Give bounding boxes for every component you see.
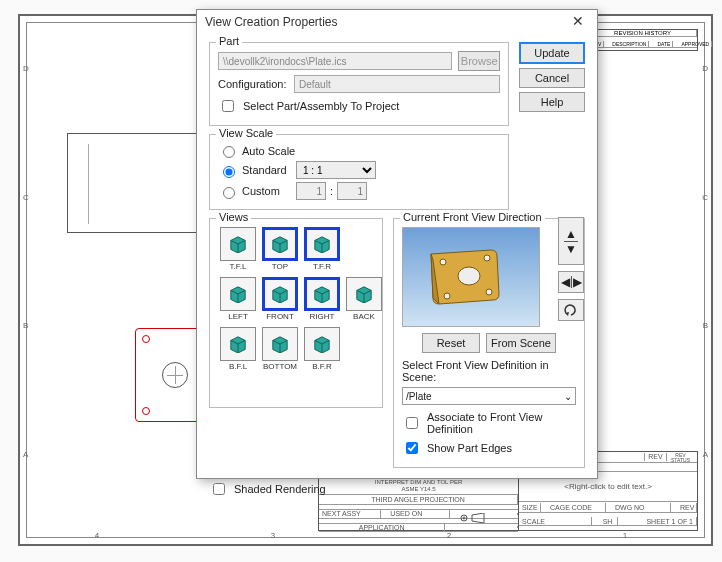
- view-label: BOTTOM: [260, 362, 300, 371]
- select-project-label: Select Part/Assembly To Project: [243, 100, 399, 112]
- svg-point-4: [484, 255, 490, 261]
- rotate-horiz-button[interactable]: ◀▶: [558, 271, 584, 293]
- ruler-letter: B: [23, 321, 28, 330]
- view-label: LEFT: [218, 312, 258, 321]
- browse-button[interactable]: Browse: [458, 51, 500, 71]
- dialog-titlebar[interactable]: View Creation Properties ✕: [197, 10, 597, 34]
- view-top-button[interactable]: [262, 227, 298, 261]
- view-back-button[interactable]: [346, 277, 382, 311]
- view-grid: T.F.LTOPT.F.RLEFTFRONTRIGHTBACKB.F.LBOTT…: [218, 227, 374, 375]
- select-project-checkbox[interactable]: [222, 100, 234, 112]
- current-view-group: Current Front View Direction: [393, 218, 585, 468]
- reset-button[interactable]: Reset: [422, 333, 480, 353]
- ruler-num: 2: [447, 531, 451, 540]
- rotate-vert-button[interactable]: ▲ ▼: [558, 217, 584, 265]
- update-button[interactable]: Update: [519, 42, 585, 64]
- view-right-button[interactable]: [304, 277, 340, 311]
- views-group: Views T.F.LTOPT.F.RLEFTFRONTRIGHTBACKB.F…: [209, 218, 383, 408]
- ruler-letter: A: [23, 450, 28, 459]
- part-group: Part Browse Configuration: Select Part/A…: [209, 42, 509, 126]
- view-left-button[interactable]: [220, 277, 256, 311]
- ruler-letter: C: [702, 193, 708, 202]
- part-path-field[interactable]: [218, 52, 452, 70]
- revision-block: REVISION HISTORY REV DESCRIPTION DATE AP…: [588, 29, 698, 51]
- projection-symbol: [456, 513, 518, 515]
- ruler-num: 1: [623, 531, 627, 540]
- preview-pane[interactable]: [402, 227, 540, 327]
- ruler-letter: C: [23, 193, 29, 202]
- view-label: RIGHT: [302, 312, 342, 321]
- view-creation-dialog: View Creation Properties ✕ Part Browse C…: [196, 9, 598, 479]
- ruler-letter: A: [703, 450, 708, 459]
- config-label: Configuration:: [218, 78, 288, 90]
- ruler-letter: B: [703, 321, 708, 330]
- view-label: FRONT: [260, 312, 300, 321]
- custom-scale-b[interactable]: [337, 182, 367, 200]
- svg-point-3: [440, 259, 446, 265]
- standard-scale-radio[interactable]: [223, 166, 235, 178]
- config-field[interactable]: [294, 75, 500, 93]
- standard-scale-combo[interactable]: 1 : 1: [296, 161, 376, 179]
- svg-point-2: [458, 267, 480, 285]
- view-scale-group: View Scale Auto Scale Standard 1 : 1 Cus…: [209, 134, 509, 210]
- show-edges-checkbox[interactable]: [406, 442, 418, 454]
- close-icon[interactable]: ✕: [567, 12, 589, 32]
- from-scene-button[interactable]: From Scene: [486, 333, 556, 353]
- triangle-right-icon: ▶: [573, 275, 582, 289]
- view-label: T.F.L: [218, 262, 258, 271]
- view-front-button[interactable]: [262, 277, 298, 311]
- ruler-letter: D: [23, 64, 29, 73]
- rev-header: REVISION HISTORY: [589, 30, 697, 36]
- svg-point-5: [444, 293, 450, 299]
- view-label: BACK: [344, 312, 384, 321]
- triangle-left-icon: ◀: [561, 275, 570, 289]
- front-view-def-label: Select Front View Definition in Scene:: [402, 359, 576, 383]
- view-b.f.r-button[interactable]: [304, 327, 340, 361]
- view-label: B.F.R: [302, 362, 342, 371]
- view-bottom-button[interactable]: [262, 327, 298, 361]
- ruler-num: 4: [95, 531, 99, 540]
- auto-scale-radio[interactable]: [223, 146, 235, 158]
- view-t.f.l-button[interactable]: [220, 227, 256, 261]
- associate-checkbox[interactable]: [406, 417, 418, 429]
- dialog-title: View Creation Properties: [205, 10, 338, 34]
- ruler-num: 3: [271, 531, 275, 540]
- chevron-down-icon: ⌄: [564, 391, 572, 402]
- front-view-def-combo[interactable]: /Plate ⌄: [402, 387, 576, 405]
- custom-scale-a[interactable]: [296, 182, 326, 200]
- help-button[interactable]: Help: [519, 92, 585, 112]
- svg-point-1: [463, 517, 465, 519]
- shaded-rendering-checkbox[interactable]: [213, 483, 225, 495]
- rotate-icon: [563, 303, 579, 317]
- triangle-down-icon: ▼: [565, 242, 577, 256]
- view-b.f.l-button[interactable]: [220, 327, 256, 361]
- cancel-button[interactable]: Cancel: [519, 68, 585, 88]
- custom-scale-radio[interactable]: [223, 187, 235, 199]
- view-t.f.r-button[interactable]: [304, 227, 340, 261]
- rotate-cw-button[interactable]: [558, 299, 584, 321]
- plate-3d-icon: [425, 246, 503, 308]
- view-label: B.F.L: [218, 362, 258, 371]
- svg-point-6: [486, 289, 492, 295]
- svg-point-0: [461, 515, 467, 521]
- view-label: TOP: [260, 262, 300, 271]
- triangle-up-icon: ▲: [565, 227, 577, 241]
- view-label: T.F.R: [302, 262, 342, 271]
- ruler-letter: D: [702, 64, 708, 73]
- group-label: Part: [216, 35, 242, 47]
